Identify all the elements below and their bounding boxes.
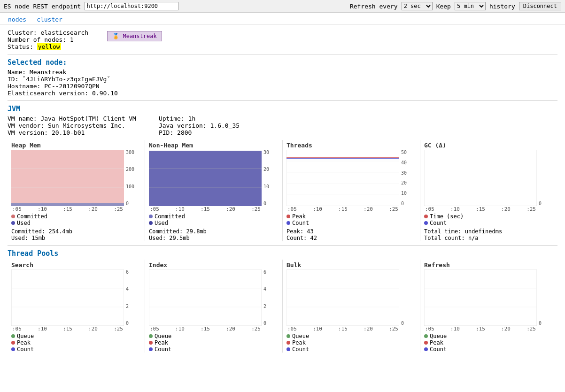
main-content: Cluster: elasticsearch Number of nodes: … — [0, 24, 565, 359]
threads-peak-dot — [286, 215, 290, 218]
cluster-name-value: elasticsearch — [40, 29, 88, 36]
index-title: Index — [149, 261, 279, 269]
non-heap-legend: Committed Used — [149, 213, 279, 226]
heap-committed-label: Committed — [17, 213, 47, 220]
bulk-peak-label: Peak — [292, 339, 306, 346]
jvm-col-right: Uptime: 1h Java version: 1.6.0_35 PID: 2… — [159, 115, 240, 136]
non-heap-committed-label: Committed — [155, 213, 185, 220]
non-heap-committed-stat: Committed: 29.8mb — [149, 228, 279, 235]
gc-count-label: Count — [430, 220, 447, 226]
threads-count-stat: Count: 42 — [286, 235, 416, 241]
heap-mem-chart-box: Heap Mem 300 200 100 — [8, 140, 145, 241]
node-name-row: Name: Meanstreak — [8, 69, 557, 76]
node-hostname-row: Hostname: PC--20120907QPN — [8, 83, 557, 90]
non-heap-used-dot — [149, 221, 153, 225]
jvm-info-grid: VM name: Java HotSpot(TM) Client VM VM v… — [8, 115, 557, 136]
cluster-info: Cluster: elasticsearch Number of nodes: … — [8, 29, 557, 50]
refresh-label: Refresh every — [350, 3, 398, 10]
refresh-select[interactable]: 2 sec 1 sec 5 sec 10 sec — [402, 2, 433, 10]
index-count-dot — [149, 347, 153, 351]
index-chart-box: Index 6 4 2 0 :05 :10 — [145, 260, 282, 353]
search-peak-dot — [11, 341, 15, 345]
bulk-y-0: 0 — [401, 321, 404, 326]
node-es-version-row: Elasticsearch version: 0.90.10 — [8, 90, 557, 97]
heap-y-200: 200 — [126, 167, 134, 172]
non-heap-x-axis: :05 :10 :15 :20 :25 — [149, 206, 262, 212]
refresh-peak-dot — [424, 341, 428, 345]
search-y-2: 2 — [126, 304, 129, 309]
bulk-count-label: Count — [292, 346, 309, 353]
heap-stats: Committed: 254.4mb Used: 15mb — [11, 228, 141, 241]
index-x-axis: :05 :10 :15 :20 :25 — [149, 326, 262, 332]
node-name-value: Meanstreak — [30, 69, 66, 76]
svg-rect-19 — [149, 269, 262, 326]
index-svg — [149, 269, 262, 326]
bulk-svg — [286, 269, 399, 326]
gc-stats: Total time: undefinedms Total count: n/a — [424, 228, 554, 241]
node-button-label: Meanstreak — [123, 33, 156, 39]
divider-2 — [8, 100, 557, 101]
threads-y-0: 0 — [401, 201, 407, 206]
non-heap-y-0: 0 — [263, 201, 269, 206]
cluster-nodes-label: Number of nodes: — [8, 36, 66, 43]
gc-time-stat: Total time: undefinedms — [424, 228, 554, 235]
gc-title: GC (Δ) — [424, 142, 554, 149]
gc-count-dot — [424, 221, 428, 225]
search-y-0: 0 — [126, 321, 129, 326]
bulk-chart-box: Bulk 0 :05 :10 :15 :20 — [282, 260, 420, 353]
node-id-value: ˇ4JLiARYbTo-z3qxIgaEJVgˇ — [22, 76, 110, 83]
search-title: Search — [11, 261, 141, 269]
search-count-label: Count — [17, 346, 34, 353]
svg-rect-25 — [424, 269, 537, 326]
keep-label: Keep — [436, 3, 451, 10]
nav-tabs: nodes cluster — [0, 13, 565, 24]
search-peak-label: Peak — [17, 339, 31, 346]
thread-pools-section: Thread Pools Search 6 4 2 0 — [8, 249, 557, 353]
non-heap-y-30: 30 — [263, 150, 269, 155]
bulk-queue-label: Queue — [292, 333, 309, 339]
heap-legend: Committed Used — [11, 213, 141, 226]
heap-mem-svg — [11, 150, 124, 206]
refresh-peak-label: Peak — [430, 339, 443, 346]
tab-nodes[interactable]: nodes — [4, 15, 31, 24]
selected-node-title: Selected node: — [8, 58, 557, 67]
gc-x-axis: :05 :10 :15 :20 :25 — [424, 206, 537, 212]
bulk-count-dot — [286, 347, 290, 351]
refresh-y-0: 0 — [539, 321, 542, 326]
disconnect-button[interactable]: Disconnect — [519, 2, 561, 10]
bulk-peak-dot — [286, 341, 290, 345]
header-bar: ES node REST endpoint Refresh every 2 se… — [0, 0, 565, 13]
search-x-axis: :05 :10 :15 :20 :25 — [11, 326, 124, 332]
index-legend: Queue Peak Count — [149, 333, 279, 353]
svg-rect-8 — [286, 150, 399, 206]
threads-stats: Peak: 43 Count: 42 — [286, 228, 416, 241]
jvm-vm-vendor: VM vendor: Sun Microsystems Inc. — [8, 122, 136, 129]
bulk-x-axis: :05 :10 :15 :20 :25 — [286, 326, 399, 332]
keep-select[interactable]: 5 min 1 min 10 min 30 min — [455, 2, 486, 10]
refresh-svg — [424, 269, 537, 326]
endpoint-label: ES node REST endpoint — [4, 3, 81, 10]
search-chart-box: Search 6 4 2 0 :05 :10 — [8, 260, 145, 353]
node-id-label: ID: — [8, 76, 18, 83]
heap-committed-dot — [11, 215, 15, 218]
threads-y-10: 10 — [401, 191, 407, 196]
cluster-status-row: Status: yellow — [8, 43, 88, 50]
threads-chart-box: Threads 50 40 — [282, 140, 420, 241]
thread-pools-title: Thread Pools — [8, 249, 557, 258]
refresh-count-dot — [424, 347, 428, 351]
refresh-chart-box: Refresh 0 :05 :10 :15 :2 — [420, 260, 557, 353]
search-legend: Queue Peak Count — [11, 333, 141, 353]
search-svg — [11, 269, 124, 326]
tab-cluster[interactable]: cluster — [32, 15, 67, 24]
gc-y-0: 0 — [539, 201, 542, 206]
jvm-section: JVM VM name: Java HotSpot(TM) Client VM … — [8, 105, 557, 241]
heap-y-100: 100 — [126, 184, 134, 189]
gc-time-label: Time (sec) — [430, 213, 464, 220]
node-es-version-label: Elasticsearch version: — [8, 90, 88, 97]
endpoint-input[interactable] — [85, 2, 178, 10]
jvm-pid: PID: 2800 — [159, 129, 240, 136]
cluster-name-label: Cluster: — [8, 29, 37, 36]
search-y-6: 6 — [126, 269, 129, 275]
node-select-button[interactable]: 🏅 Meanstreak — [107, 31, 162, 41]
refresh-x-axis: :05 :10 :15 :20 :25 — [424, 326, 537, 332]
